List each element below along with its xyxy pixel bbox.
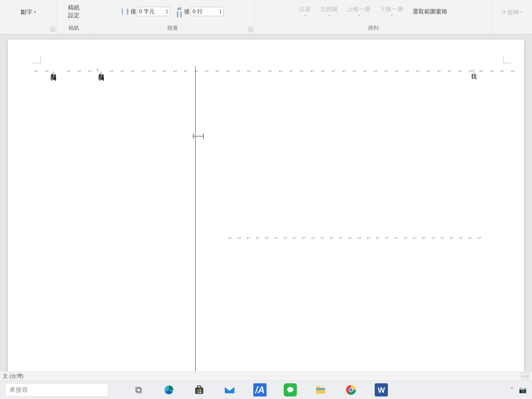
group-label-blank2 [511,24,513,34]
rotate-label: 旋轉 [507,8,519,16]
indent-after-control: ▏║ 後 0 字元 ▲▼ [122,7,170,16]
paragraph-dialog-launcher[interactable]: ↘ [249,27,253,32]
wrap-text-button: 文繞圖 ▾ [319,5,338,19]
hyphenation-label: 斷字 [21,8,32,16]
spinner-arrows-icon[interactable]: ▲▼ [166,9,168,14]
svg-rect-1 [195,387,203,394]
document-page[interactable]: ↵↵我↵↵↵ 我↵↵↵↵↵ ↵↵↵↵↵↵↵ ↵↵↵↵↵↵↵ ↵↵↵↵↵↵↵ ↵↵… [8,40,524,371]
rotate-button: ⟳ 旋轉 ▾ [501,8,523,17]
selection-pane-button[interactable]: 選取範圍窗格 [412,7,448,16]
svg-rect-3 [197,389,199,391]
spacing-after-label: 後 [184,8,190,15]
svg-rect-6 [200,391,201,393]
ribbon-group-manuscript: 稿紙 設定 稿紙 [57,0,91,34]
store-icon[interactable] [193,383,206,397]
file-explorer-icon[interactable] [314,383,327,397]
search-placeholder: 來搜尋 [10,386,28,394]
page-setup-dialog-launcher[interactable]: ↘ [51,27,55,32]
ribbon-group-page-setup: 斷字 ▾ ↘ [0,0,57,34]
selection-pane-label: 選取範圍窗格 [413,8,447,15]
chrome-icon[interactable] [344,383,358,397]
backward-label: 下移一層 [380,5,403,13]
document-text-column-1[interactable]: 我我我↵ [51,69,57,76]
system-tray: ˄ 📷 [510,386,527,394]
vertical-shape-line[interactable] [195,66,196,371]
ribbon-group-rotate: ⟳ 旋轉 ▾ [492,0,532,34]
hyphenation-button[interactable]: 斷字 ▾ [20,8,36,17]
indent-icon: ▏║ [122,9,130,14]
indent-after-label: 後 [131,8,136,15]
group-arrange-label: 排列 [368,23,379,34]
svg-rect-4 [200,389,201,391]
position-button: 位置 ▾ [298,5,311,19]
send-backward-button: 下移一層 ▾ [379,5,404,19]
chevron-down-icon: ▾ [521,10,522,14]
group-paragraph-label: 段落 [167,23,178,34]
status-bar-right: ▭▯ [521,373,529,379]
margin-corner-icon [503,55,511,63]
paragraph-marks-top: ↵↵我↵↵↵ 我↵↵↵↵↵ ↵↵↵↵↵↵↵ ↵↵↵↵↵↵↵ ↵↵↵↵↵↵↵ ↵↵… [34,68,508,75]
tray-expand-icon[interactable]: ˄ [510,386,513,394]
spacing-after-control: ⇄║║ 後 0 行 ▲▼ [175,6,224,17]
taskbar-icons: ⧉ /A W [132,383,388,397]
chevron-down-icon: ▾ [358,14,360,18]
taskbar: 來搜尋 ⧉ /A W ˄ 📷 [0,380,532,399]
line-icon[interactable] [284,383,297,397]
svg-rect-2 [197,386,201,388]
rotate-icon: ⟳ [501,9,507,16]
forward-label: 上移一層 [347,5,370,13]
svg-point-15 [349,388,353,392]
manuscript-settings-label: 稿紙 設定 [68,4,80,19]
taskbar-search-input[interactable]: 來搜尋 [5,383,108,397]
read-mode-button[interactable]: ▭▯ [521,373,529,379]
document-text-column-3[interactable]: 我↵ [471,69,477,75]
word-icon[interactable]: W [375,383,388,397]
manuscript-settings-button[interactable]: 稿紙 設定 [67,3,80,20]
spacing-after-value: 0 行 [192,8,203,15]
indent-after-value: 0 字元 [139,8,155,15]
ribbon: 斷字 ▾ ↘ 稿紙 設定 稿紙 ▏║ 後 0 字元 ▲▼ [0,0,532,34]
position-label: 位置 [299,5,311,13]
shape-handle-icon[interactable]: ⊢⊣ [192,132,203,140]
chevron-down-icon: ▾ [391,14,393,18]
ribbon-group-arrange: 位置 ▾ 文繞圖 ▾ 上移一層 ▾ 下移一層 ▾ 選取範圍窗格 排列 [255,0,492,34]
svg-point-9 [287,387,293,392]
chevron-down-icon: ▾ [328,14,330,18]
edge-icon[interactable] [162,383,176,397]
app-a-icon[interactable]: /A [253,383,266,397]
ribbon-group-paragraph: ▏║ 後 0 字元 ▲▼ ⇄║║ 後 0 行 ▲▼ 段落 ↘ [91,0,255,34]
chevron-down-icon: ▾ [34,10,36,14]
margin-corner-icon [33,55,41,63]
svg-rect-11 [316,386,320,388]
spinner-arrows-icon[interactable]: ▲▼ [219,9,222,14]
wrap-label: 文繞圖 [320,5,338,13]
group-label-blank [27,24,29,34]
bring-forward-button: 上移一層 ▾ [346,5,371,19]
tray-meet-now-icon[interactable]: 📷 [519,386,527,394]
status-language[interactable]: 文 (台灣) [3,373,24,380]
chevron-down-icon: ▾ [304,14,306,18]
svg-rect-12 [316,388,325,390]
spacing-after-input[interactable]: 0 行 ▲▼ [191,7,224,16]
svg-rect-5 [197,391,199,393]
status-bar: 文 (台灣) ▭▯ [0,371,532,380]
spacing-icon: ⇄║║ [175,6,183,17]
document-area: ↵↵我↵↵↵ 我↵↵↵↵↵ ↵↵↵↵↵↵↵ ↵↵↵↵↵↵↵ ↵↵↵↵↵↵↵ ↵↵… [0,34,532,371]
indent-after-input[interactable]: 0 字元 ▲▼ [137,7,170,16]
group-manuscript-label: 稿紙 [69,23,79,34]
document-text-column-2[interactable]: 我我我↵ [98,69,104,76]
mail-icon[interactable] [223,383,236,397]
paragraph-marks-mid: ↵↵↵↵↵↵↵ ↵↵↵↵↵↵↵ ↵↵↵↵↵↵↵ ↵↵↵↵↵↵↵ [228,235,508,241]
task-view-icon[interactable]: ⧉ [132,383,145,397]
